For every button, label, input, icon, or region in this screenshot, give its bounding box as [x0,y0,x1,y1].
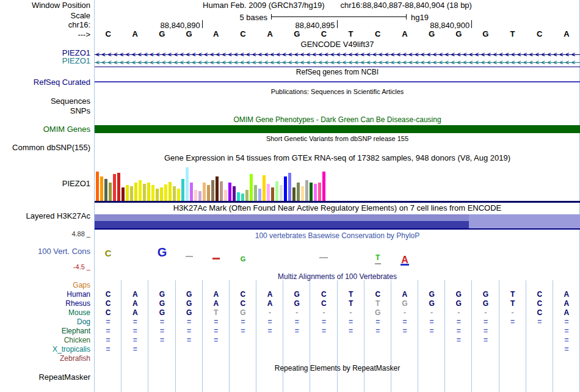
alignment-base-mouse: G [373,309,383,317]
strand-arrow-left-icon: < [108,59,112,67]
strand-arrow-left-icon: < [144,51,148,59]
conservation-logo-mark [319,257,328,258]
track-label-sequences[interactable]: Sequences [0,97,90,105]
alignment-base-human: C [238,291,248,299]
strand-arrow-left-icon: < [325,51,328,59]
gtex-bar [198,191,201,201]
strand-arrow-left-icon: < [150,59,154,67]
strand-arrow-left-icon: < [554,51,557,59]
strand-arrow-left-icon: < [126,59,129,67]
conservation-logo-mark [186,256,193,257]
track-title-phylop: 100 vertebrates Basewise Conservation by… [95,232,580,240]
strand-arrow-left-icon: < [379,51,383,59]
strand-arrow-left-icon: < [216,51,220,59]
strand-arrow-left-icon: < [457,59,461,67]
track-label-species-zebrafish[interactable]: Zebrafish [0,355,90,363]
repeatmasker-track[interactable] [95,372,580,391]
omim-genes-bar[interactable] [95,125,580,133]
alignment-base-elephant: = [454,327,463,335]
alignment-base-chicken: = [184,336,194,344]
window-position-header: Human Feb. 2009 (GRCh37/hg19)chr16:88,84… [95,1,580,9]
strand-arrow-left-icon: < [180,59,184,67]
track-label-gaps[interactable]: Gaps [0,281,90,289]
h3k27ac-signal-layer[interactable] [469,214,580,228]
gtex-bar [151,185,154,201]
alignment-base-dog: = [508,318,518,326]
ruler-position-label: 88,840,890 [137,21,200,30]
gtex-bar [186,167,189,201]
track-label-species-dog[interactable]: Dog [0,318,90,326]
gtex-bar [301,186,304,201]
alignment-base-human: G [157,291,167,299]
gencode-track-bottom-line [95,67,580,67]
strand-arrow-left-icon: < [168,51,172,59]
track-label-vert-cons-100[interactable]: 100 Vert. Cons [0,247,90,255]
track-label-window-position[interactable]: Window Position [0,1,90,9]
alignment-base-dog: = [480,318,490,326]
track-label-scale[interactable]: Scale [0,12,90,20]
track-label-refseq-curated[interactable]: RefSeq Curated [0,78,90,86]
track-label-cons-max[interactable]: 4.88 _ [0,230,90,238]
strand-arrow-left-icon: < [283,59,286,67]
track-label-species-human[interactable]: Human [0,291,90,299]
track-label-common-dbsnp-155[interactable]: Common dbSNP(155) [0,143,90,151]
strand-arrow-left-icon: < [565,59,569,67]
conservation-logo-mark: T [372,254,384,261]
strand-arrow-left-icon: < [258,59,262,67]
alignment-base-mouse: G [184,309,194,317]
strand-arrow-left-icon: < [228,51,232,59]
alignment-base-human: C [319,291,328,299]
strand-arrow-left-icon: < [222,51,226,59]
alignment-base-rhesus: C [535,300,545,308]
gtex-bar [194,190,197,201]
base-letter: G [427,30,437,38]
alignment-base-human: A [562,291,571,299]
strand-arrow-left-icon: < [355,59,358,67]
strand-arrow-left-icon: < [481,59,485,67]
strand-arrow-left-icon: < [542,59,545,67]
strand-arrow-left-icon: < [554,59,557,67]
track-label-species-elephant[interactable]: Elephant [0,327,90,335]
alignment-base-dog: = [562,318,571,326]
track-label-cons-min[interactable]: -4.5 _ [0,263,90,271]
gtex-bar [130,186,133,201]
track-label-piezo1-gencode-2[interactable]: PIEZO1 [0,57,90,65]
track-label-species-chicken[interactable]: Chicken [0,336,90,344]
strand-arrow-left-icon: < [421,59,425,67]
strand-arrow-left-icon: < [415,51,419,59]
alignment-base-rhesus: G [427,300,437,308]
track-label-snps[interactable]: SNPs [0,107,90,115]
strand-arrow-left-icon: < [493,51,497,59]
alignment-base-rhesus: T [373,300,383,308]
strand-arrow-left-icon: < [415,59,419,67]
track-label-species-mouse[interactable]: Mouse [0,309,90,317]
scale-bar-end-tick [271,14,272,20]
track-label-species-x-tropicalis[interactable]: X_tropicalis [0,346,90,354]
gtex-bar [117,173,120,201]
ruler-tick [471,20,472,28]
track-label-layered-h3k27ac[interactable]: Layered H3K27Ac [0,212,90,220]
track-label-piezo1-gtex[interactable]: PIEZO1 [0,180,90,187]
alignment-base-dog: = [346,318,356,326]
alignment-base-rhesus: T [346,300,356,308]
track-label-chrom[interactable]: chr16: [0,21,90,29]
strand-arrow-left-icon: < [258,51,262,59]
strand-arrow-left-icon: < [499,59,503,67]
gtex-bar [288,173,291,201]
track-label-species-rhesus[interactable]: Rhesus [0,300,90,308]
alignment-base-human: C [373,291,383,299]
track-label-strand[interactable]: ---> [0,31,90,38]
strand-arrow-left-icon: < [469,59,473,67]
strand-arrow-left-icon: < [300,59,304,67]
track-label-omim-genes[interactable]: OMIM Genes [0,125,90,133]
base-letter: C [238,30,248,38]
gtex-bar [143,184,146,201]
alignment-base-mouse: - [480,309,490,317]
strand-arrow-left-icon: < [216,59,220,67]
strand-arrow-left-icon: < [367,59,371,67]
track-label-repeatmasker[interactable]: RepeatMasker [0,373,90,381]
strand-arrow-left-icon: < [114,59,118,67]
h3k27ac-signal-layer[interactable] [95,221,469,228]
gtex-bar [134,183,137,201]
strand-arrow-left-icon: < [126,51,129,59]
